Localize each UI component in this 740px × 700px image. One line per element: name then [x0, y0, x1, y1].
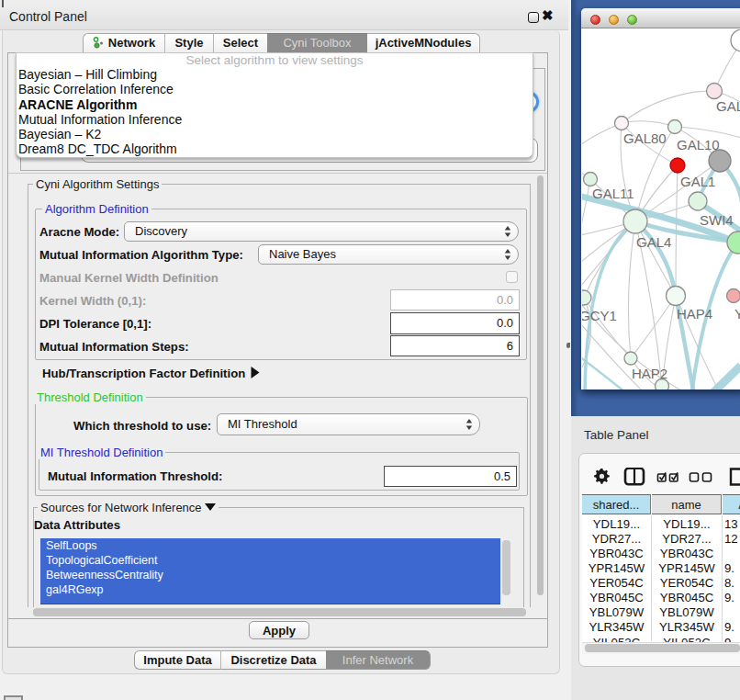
- svg-text:HAP4: HAP4: [677, 306, 712, 322]
- svg-text:GAL1: GAL1: [680, 174, 715, 189]
- svg-text:GAL4: GAL4: [636, 234, 671, 250]
- svg-text:GAL2: GAL2: [716, 98, 740, 114]
- svg-text:GCY1: GCY1: [582, 308, 617, 323]
- svg-text:GAL80: GAL80: [623, 130, 667, 146]
- svg-text:SWI4: SWI4: [700, 212, 734, 228]
- svg-text:GAL10: GAL10: [677, 137, 720, 152]
- svg-text:GAL11: GAL11: [592, 186, 634, 201]
- svg-text:HAP2: HAP2: [632, 366, 667, 381]
- svg-text:Y: Y: [734, 306, 740, 322]
